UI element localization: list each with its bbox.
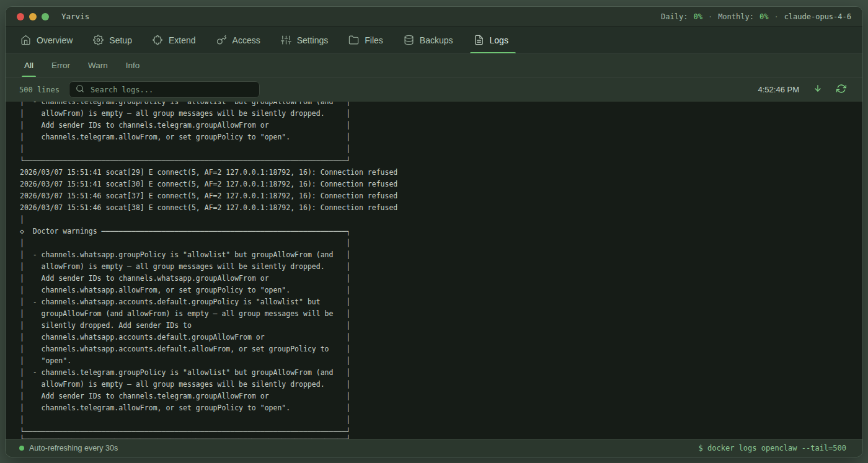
app-window: Yarvis Daily: 0% · Monthly: 0% · claude-…: [5, 6, 863, 457]
statusbar: Auto-refreshing every 30s $ docker logs …: [6, 439, 862, 457]
filter-error[interactable]: Error: [51, 54, 70, 77]
download-logs-button[interactable]: [813, 84, 823, 95]
auto-refresh-label: Auto-refreshing every 30s: [29, 444, 118, 452]
database-icon: [404, 35, 414, 45]
log-lines: │ - channels.telegram.groupPolicy is "al…: [6, 102, 862, 438]
line-count: 500 lines: [19, 86, 60, 94]
tab-files[interactable]: Files: [348, 27, 383, 53]
tab-extend[interactable]: Extend: [153, 27, 196, 53]
monthly-usage-label: Monthly:: [718, 12, 754, 21]
folder-icon: [348, 35, 359, 45]
sliders-icon: [281, 35, 291, 45]
tab-access[interactable]: Access: [216, 27, 260, 53]
tab-overview[interactable]: Overview: [20, 27, 73, 53]
puzzle-icon: [153, 35, 163, 45]
filter-info[interactable]: Info: [126, 54, 140, 77]
key-icon: [216, 35, 227, 45]
main-nav: Overview Setup Extend Access Settings Fi…: [6, 27, 862, 54]
tab-label: Access: [232, 35, 260, 45]
tab-label: Settings: [297, 35, 329, 45]
auto-refresh-status: Auto-refreshing every 30s: [19, 444, 118, 452]
refresh-icon: [836, 84, 846, 95]
log-output[interactable]: │ - channels.telegram.groupPolicy is "al…: [6, 102, 862, 439]
log-clipped-line: └───────────────────────────────────────…: [6, 433, 350, 439]
tab-backups[interactable]: Backups: [404, 27, 453, 53]
model-name: claude-opus-4-6: [784, 12, 851, 21]
file-text-icon: [474, 35, 484, 45]
tab-label: Files: [365, 35, 383, 45]
log-toolbar: 500 lines 4:52:46 PM: [6, 77, 862, 102]
titlebar: Yarvis Daily: 0% · Monthly: 0% · claude-…: [6, 7, 862, 27]
tab-settings[interactable]: Settings: [281, 27, 329, 53]
gear-icon: [93, 35, 104, 45]
window-title: Yarvis: [61, 12, 89, 21]
status-dot-icon: [19, 446, 24, 451]
separator-dot: ·: [774, 12, 778, 21]
filter-all[interactable]: All: [24, 54, 33, 77]
tab-logs[interactable]: Logs: [474, 27, 508, 53]
search-box[interactable]: [69, 81, 260, 98]
separator-dot: ·: [708, 12, 712, 21]
usage-stats: Daily: 0% · Monthly: 0% · claude-opus-4-…: [661, 12, 851, 21]
tab-setup[interactable]: Setup: [93, 27, 132, 53]
tab-label: Logs: [490, 35, 508, 45]
last-updated-time: 4:52:46 PM: [758, 85, 800, 94]
filter-warn[interactable]: Warn: [88, 54, 108, 77]
minimize-window-button[interactable]: [29, 13, 37, 20]
daily-usage-value: 0%: [693, 12, 702, 21]
maximize-window-button[interactable]: [42, 13, 49, 20]
tab-label: Extend: [169, 35, 196, 45]
search-input[interactable]: [89, 85, 253, 95]
tab-label: Overview: [37, 35, 73, 45]
close-window-button[interactable]: [17, 13, 24, 20]
tab-label: Setup: [109, 35, 132, 45]
refresh-logs-button[interactable]: [836, 84, 846, 95]
home-icon: [20, 35, 31, 45]
download-icon: [813, 84, 823, 95]
search-icon: [76, 84, 84, 95]
window-controls: [17, 13, 49, 20]
log-level-filter: All Error Warn Info: [6, 54, 862, 77]
log-source-command: $ docker logs openclaw --tail=500: [699, 444, 846, 452]
monthly-usage-value: 0%: [760, 12, 768, 21]
daily-usage-label: Daily:: [661, 12, 688, 21]
tab-label: Backups: [420, 35, 453, 45]
